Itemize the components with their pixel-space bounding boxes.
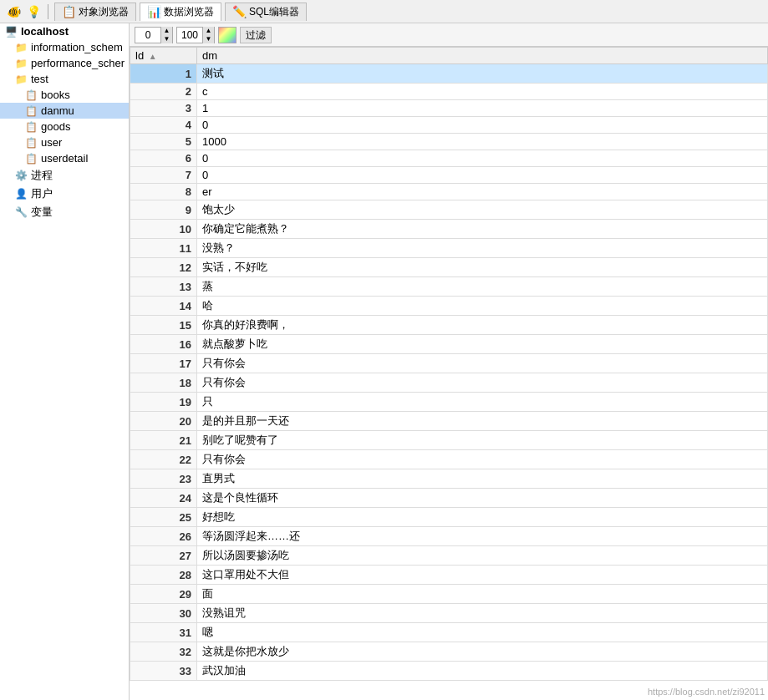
sidebar-item-danmu-label: danmu	[41, 104, 74, 117]
offset-spinbox[interactable]: 0 ▲ ▼	[135, 27, 173, 43]
cell-dm: 哈	[197, 297, 768, 316]
table-row[interactable]: 2c	[130, 84, 768, 100]
cell-dm: 你真的好浪费啊，	[197, 316, 768, 335]
cell-id: 6	[130, 150, 197, 167]
color-picker-button[interactable]	[218, 27, 237, 43]
sidebar-item-books[interactable]: 📋 books	[0, 87, 129, 103]
cell-id: 27	[130, 546, 197, 566]
table-row[interactable]: 60	[130, 150, 768, 167]
sidebar-item-information-label: information_schem	[31, 41, 123, 53]
table-icon-2: 📋	[25, 105, 38, 117]
table-row[interactable]: 11没熟？	[130, 239, 768, 258]
table-icon-4: 📋	[25, 137, 38, 149]
limit-decrement[interactable]: ▼	[202, 35, 214, 43]
table-row[interactable]: 25好想吃	[130, 508, 768, 527]
offset-input[interactable]: 0	[135, 29, 160, 41]
cell-dm: 只	[197, 393, 768, 412]
table-row[interactable]: 33武汉加油	[130, 662, 768, 681]
table-row[interactable]: 17只有你会	[130, 354, 768, 373]
cell-id: 18	[130, 373, 197, 393]
table-row[interactable]: 15你真的好浪费啊，	[130, 316, 768, 335]
cell-dm: 是的并且那一天还	[197, 412, 768, 431]
sort-arrow-id: ▲	[149, 52, 157, 61]
cell-id: 15	[130, 316, 197, 335]
sidebar-item-localhost[interactable]: 🖥️ localhost	[0, 23, 129, 39]
tab-sql-icon: ✏️	[232, 5, 247, 18]
data-grid-container[interactable]: ld ▲ dm 1测试2c31405100060708er9饱太少10你确定它能…	[130, 47, 768, 700]
cell-dm: 0	[197, 167, 768, 184]
table-row[interactable]: 12实话，不好吃	[130, 258, 768, 277]
cell-id: 19	[130, 393, 197, 412]
table-row[interactable]: 9饱太少	[130, 200, 768, 220]
table-row[interactable]: 23直男式	[130, 469, 768, 489]
table-row[interactable]: 22只有你会	[130, 450, 768, 469]
sidebar-item-userdetail-label: userdetail	[41, 152, 88, 165]
table-row[interactable]: 31嗯	[130, 623, 768, 642]
table-row[interactable]: 70	[130, 167, 768, 184]
offset-decrement[interactable]: ▼	[160, 35, 172, 43]
table-row[interactable]: 14哈	[130, 297, 768, 316]
table-row[interactable]: 20是的并且那一天还	[130, 412, 768, 431]
limit-spinbox[interactable]: 100 ▲ ▼	[176, 27, 215, 43]
sidebar-item-variables[interactable]: 🔧 变量	[0, 203, 129, 221]
tab-object-browser[interactable]: 📋 对象浏览器	[54, 3, 136, 21]
process-icon: ⚙️	[15, 170, 28, 181]
cell-id: 14	[130, 297, 197, 316]
tab-sql-editor[interactable]: ✏️ SQL编辑器	[225, 3, 307, 21]
limit-input[interactable]: 100	[177, 29, 202, 41]
sidebar-item-performance-schema[interactable]: 📁 performance_scher	[0, 55, 129, 71]
table-row[interactable]: 21别吃了呢赞有了	[130, 431, 768, 450]
col-header-dm[interactable]: dm	[197, 48, 768, 64]
table-row[interactable]: 10你确定它能煮熟？	[130, 220, 768, 239]
tab-data-browser[interactable]: 📊 数据浏览器	[140, 3, 221, 21]
bulb-icon: 💡	[25, 3, 42, 20]
col-header-id[interactable]: ld ▲	[130, 48, 197, 64]
sidebar-item-variables-label: 变量	[31, 205, 53, 220]
table-row[interactable]: 30没熟诅咒	[130, 604, 768, 623]
sidebar-item-users[interactable]: 👤 用户	[0, 185, 129, 203]
table-row[interactable]: 16就点酸萝卜吃	[130, 335, 768, 354]
table-row[interactable]: 40	[130, 117, 768, 134]
limit-increment[interactable]: ▲	[202, 27, 214, 35]
sidebar-item-danmu[interactable]: 📋 danmu	[0, 103, 129, 119]
sidebar-item-performance-label: performance_scher	[31, 57, 125, 69]
table-row[interactable]: 26等汤圆浮起来……还	[130, 527, 768, 546]
table-row[interactable]: 24这是个良性循环	[130, 489, 768, 508]
filter-button[interactable]: 过滤	[240, 27, 272, 43]
table-row[interactable]: 28这口罩用处不大但	[130, 566, 768, 585]
sidebar: 🖥️ localhost 📁 information_schem 📁 perfo…	[0, 23, 130, 700]
cell-dm: 0	[197, 150, 768, 167]
sidebar-item-information-schema[interactable]: 📁 information_schem	[0, 39, 129, 55]
cell-id: 31	[130, 623, 197, 642]
folder-icon-3: 📁	[15, 74, 28, 85]
cell-dm: 这口罩用处不大但	[197, 566, 768, 585]
table-row[interactable]: 27所以汤圆要掺汤吃	[130, 546, 768, 566]
cell-dm: 这就是你把水放少	[197, 642, 768, 662]
sidebar-item-goods[interactable]: 📋 goods	[0, 119, 129, 134]
table-row[interactable]: 8er	[130, 184, 768, 200]
table-row[interactable]: 18只有你会	[130, 373, 768, 393]
users-icon: 👤	[15, 188, 28, 200]
watermark: https://blog.csdn.net/zi92011	[648, 687, 765, 697]
cell-dm: 1000	[197, 134, 768, 150]
table-row[interactable]: 32这就是你把水放少	[130, 642, 768, 662]
sidebar-item-user[interactable]: 📋 user	[0, 134, 129, 150]
table-row[interactable]: 29面	[130, 585, 768, 604]
tab-sql-label: SQL编辑器	[249, 5, 299, 19]
cell-dm: 饱太少	[197, 200, 768, 220]
table-row[interactable]: 1测试	[130, 64, 768, 84]
table-row[interactable]: 13蒸	[130, 277, 768, 297]
sidebar-item-test[interactable]: 📁 test	[0, 71, 129, 87]
cell-id: 20	[130, 412, 197, 431]
cell-dm: 1	[197, 100, 768, 117]
cell-id: 8	[130, 184, 197, 200]
sidebar-item-userdetail[interactable]: 📋 userdetail	[0, 150, 129, 166]
offset-increment[interactable]: ▲	[160, 27, 172, 35]
sidebar-item-process[interactable]: ⚙️ 进程	[0, 166, 129, 185]
table-row[interactable]: 31	[130, 100, 768, 117]
table-row[interactable]: 19只	[130, 393, 768, 412]
cell-dm: 别吃了呢赞有了	[197, 431, 768, 450]
cell-id: 17	[130, 354, 197, 373]
cell-id: 13	[130, 277, 197, 297]
table-row[interactable]: 51000	[130, 134, 768, 150]
